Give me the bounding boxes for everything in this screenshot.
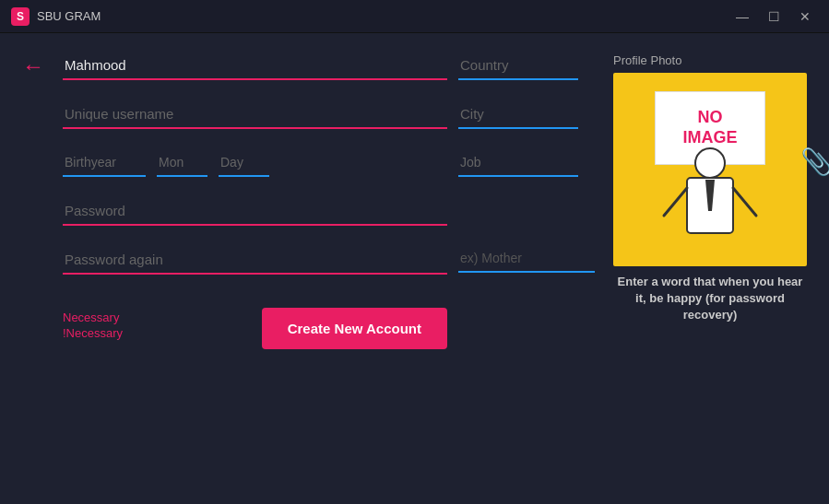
left-form: Necessary !Necessary Create New Account — [63, 53, 447, 487]
app-title: SBU GRAM — [37, 9, 729, 23]
minimize-button[interactable]: — — [729, 6, 755, 28]
recovery-hint-text: Enter a word that when you hear it, be h… — [613, 274, 807, 324]
labels: Necessary !Necessary — [63, 311, 123, 340]
password-again-field-group — [63, 248, 447, 275]
recovery-input[interactable] — [458, 247, 595, 273]
svg-line-4 — [733, 188, 756, 216]
bottom-area: Necessary !Necessary Create New Account — [63, 300, 447, 349]
recovery-field-group — [458, 247, 595, 273]
svg-line-3 — [664, 188, 687, 216]
close-button[interactable]: ✕ — [792, 6, 818, 28]
country-input[interactable] — [458, 53, 578, 80]
country-field-group — [458, 53, 595, 80]
password-again-input[interactable] — [63, 248, 447, 275]
profile-photo-container: NOIMAGE — [613, 73, 807, 266]
day-input[interactable] — [219, 151, 269, 177]
window-controls: — ☐ ✕ — [729, 6, 818, 28]
photo-wrapper: NOIMAGE — [613, 73, 807, 266]
back-button[interactable]: ← — [17, 50, 50, 83]
month-input[interactable] — [157, 151, 207, 177]
create-account-button[interactable]: Create New Account — [262, 308, 447, 349]
not-necessary-label: !Necessary — [63, 326, 123, 340]
password-field-group — [63, 199, 447, 226]
city-input[interactable] — [458, 102, 578, 129]
page-content: ← — [0, 33, 829, 504]
name-input[interactable] — [63, 53, 447, 80]
main-layout: Necessary !Necessary Create New Account — [17, 50, 807, 487]
password-input[interactable] — [63, 199, 447, 226]
app-icon: S — [11, 7, 30, 26]
job-field-group — [458, 151, 595, 177]
job-input[interactable] — [458, 151, 578, 177]
maximize-button[interactable]: ☐ — [761, 6, 787, 28]
username-field-group — [63, 102, 447, 129]
photo-area: Profile Photo NOIMAGE — [613, 53, 807, 487]
name-field-group — [63, 53, 447, 80]
birthyear-input[interactable] — [63, 151, 146, 177]
profile-photo-label: Profile Photo — [613, 53, 681, 67]
svg-point-0 — [695, 148, 725, 178]
birthdate-row — [63, 151, 447, 177]
title-bar: S SBU GRAM — ☐ ✕ — [0, 0, 829, 33]
necessary-label: Necessary — [63, 311, 123, 324]
no-image-text: NOIMAGE — [682, 108, 737, 147]
middle-form — [447, 53, 595, 487]
person-figure — [613, 147, 807, 266]
attachment-icon[interactable]: 📎 — [800, 147, 829, 177]
app-window: S SBU GRAM — ☐ ✕ ← — [0, 0, 829, 504]
city-field-group — [458, 102, 595, 129]
username-input[interactable] — [63, 102, 447, 129]
